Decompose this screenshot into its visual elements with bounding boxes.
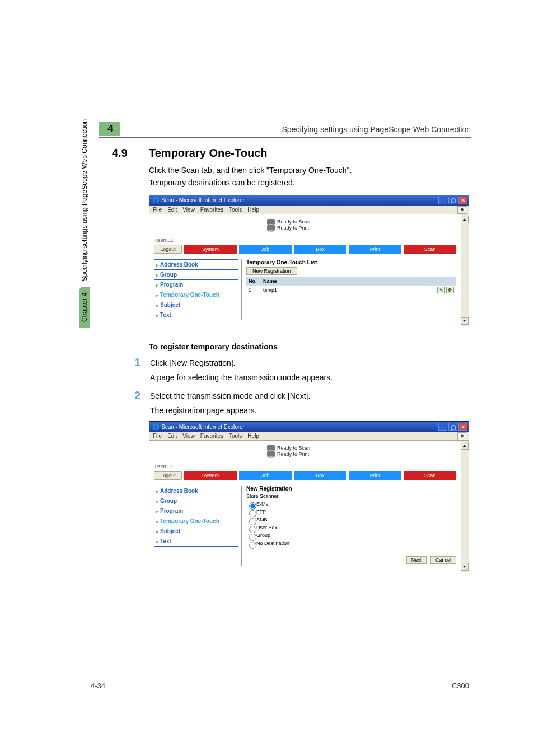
reg-title: New Registration <box>246 486 456 492</box>
titlebar[interactable]: 🌐 Scan - Microsoft Internet Explorer _ ▢… <box>149 195 469 206</box>
menu-view[interactable]: View <box>182 433 195 439</box>
tab-job[interactable]: Job <box>239 245 292 254</box>
opt-smb[interactable]: SMB <box>246 516 456 524</box>
window-title: Scan - Microsoft Internet Explorer <box>161 197 245 203</box>
side-nav: Address Book Group Program Temporary One… <box>154 259 238 320</box>
menu-help[interactable]: Help <box>247 207 259 213</box>
sidenav-group[interactable]: Group <box>154 496 238 506</box>
col-no: No. <box>246 277 261 286</box>
menubar: File Edit View Favorites Tools Help ⚑ <box>149 432 469 441</box>
intro-2: Temporary destinations can be registered… <box>149 176 470 189</box>
tab-print[interactable]: Print <box>349 471 401 480</box>
store-scanner-label: Store Scanner <box>246 493 456 499</box>
section-title: Temporary One-Touch <box>149 147 268 160</box>
status-box: Ready to Scan Ready to Print <box>267 445 310 458</box>
opt-group[interactable]: Group <box>246 531 456 539</box>
sidenav-program[interactable]: Program <box>154 506 238 516</box>
tab-box[interactable]: Box <box>294 245 346 254</box>
intro-1: Click the Scan tab, and then click "Temp… <box>149 164 470 176</box>
tab-scan[interactable]: Scan <box>404 245 456 254</box>
radio-nodest[interactable] <box>249 542 256 549</box>
cell-no: 1 <box>246 285 261 295</box>
step-2: 2 Select the transmission mode and click… <box>134 390 470 417</box>
sidenav-temporary[interactable]: Temporary One-Touch <box>154 290 238 300</box>
sidenav-subject[interactable]: Subject <box>154 300 238 310</box>
next-button[interactable]: Next <box>406 556 427 564</box>
status-scan: Ready to Scan <box>277 445 310 451</box>
sub-heading: To register temporary destinations <box>149 342 470 351</box>
menu-tools[interactable]: Tools <box>229 207 242 213</box>
minimize-button[interactable]: _ <box>438 423 447 431</box>
ie-icon: 🌐 <box>152 424 159 430</box>
menu-tools[interactable]: Tools <box>229 433 242 439</box>
step-1-text: Click [New Registration]. <box>150 357 470 369</box>
sidenav-text[interactable]: Text <box>154 536 238 547</box>
menu-favorites[interactable]: Favorites <box>200 433 223 439</box>
menu-edit[interactable]: Edit <box>167 207 177 213</box>
status-print: Ready to Print <box>277 451 309 457</box>
close-button[interactable]: ✕ <box>458 197 467 204</box>
sidetab-chapter: Chapter 4 <box>79 287 90 328</box>
menu-favorites[interactable]: Favorites <box>200 207 223 213</box>
ie-window-1: 🌐 Scan - Microsoft Internet Explorer _ ▢… <box>149 195 469 326</box>
menu-view[interactable]: View <box>182 207 195 213</box>
logout-button[interactable]: Logout <box>154 245 182 254</box>
minimize-button[interactable]: _ <box>438 197 447 204</box>
scroll-down[interactable]: ▾ <box>461 317 469 325</box>
side-nav: Address Book Group Program Temporary One… <box>154 486 238 566</box>
step-2-num: 2 <box>134 390 148 417</box>
user-caption: user001 <box>155 464 456 469</box>
opt-nodest[interactable]: No Destination <box>246 539 456 547</box>
opt-email[interactable]: E-Mail <box>246 500 456 508</box>
col-name: Name <box>261 277 428 286</box>
sidenav-addressbook[interactable]: Address Book <box>154 486 238 496</box>
cell-name: temp1 <box>261 285 428 295</box>
scroll-up[interactable]: ▴ <box>461 216 469 223</box>
footer-left: 4-34 <box>91 682 105 690</box>
content-area: ▴ ▾ Ready to Scan Ready to Print user001… <box>149 214 469 326</box>
sidenav-group[interactable]: Group <box>154 269 238 279</box>
sidenav-temporary[interactable]: Temporary One-Touch <box>154 516 238 526</box>
new-registration-button[interactable]: New Registration <box>246 267 297 275</box>
tab-system[interactable]: System <box>184 245 237 254</box>
opt-ftp[interactable]: FTP <box>246 508 456 516</box>
sidenav-text[interactable]: Text <box>154 310 238 320</box>
cancel-button[interactable]: Cancel <box>430 556 456 564</box>
header-title: Specifying settings using PageScope Web … <box>124 125 471 134</box>
titlebar[interactable]: 🌐 Scan - Microsoft Internet Explorer _ ▢… <box>149 422 469 432</box>
scanner-icon <box>267 219 275 225</box>
opt-userbox[interactable]: User Box <box>246 524 456 531</box>
scroll-down[interactable]: ▾ <box>461 563 469 571</box>
status-box: Ready to Scan Ready to Print <box>267 219 310 231</box>
chapter-badge: 4 <box>99 122 120 136</box>
menu-edit[interactable]: Edit <box>167 433 177 439</box>
sidenav-subject[interactable]: Subject <box>154 526 238 536</box>
maximize-button[interactable]: ▢ <box>448 423 457 431</box>
tab-scan[interactable]: Scan <box>404 471 456 480</box>
window-title: Scan - Microsoft Internet Explorer <box>161 424 245 430</box>
sidetab-text: Specifying settings using PageScope Web … <box>81 119 88 281</box>
printer-icon <box>267 225 275 231</box>
footer: 4-34 C300 <box>91 679 469 690</box>
delete-icon[interactable]: 🗑 <box>446 287 454 293</box>
scanner-icon <box>267 445 275 451</box>
tab-system[interactable]: System <box>184 471 237 480</box>
one-touch-table: No. Name 1 temp1 ✎🗑 <box>246 277 456 295</box>
tab-job[interactable]: Job <box>239 471 292 480</box>
sidenav-program[interactable]: Program <box>154 279 238 290</box>
user-caption: user001 <box>155 237 456 243</box>
close-button[interactable]: ✕ <box>458 423 467 431</box>
tab-print[interactable]: Print <box>349 245 401 254</box>
edit-icon[interactable]: ✎ <box>437 287 445 293</box>
radio-list: E-Mail FTP SMB User Box Group No Destina… <box>246 500 456 547</box>
printer-icon <box>267 451 275 457</box>
menu-file[interactable]: File <box>153 207 162 213</box>
menu-help[interactable]: Help <box>247 433 259 439</box>
tab-box[interactable]: Box <box>294 471 346 480</box>
logout-button[interactable]: Logout <box>154 471 182 480</box>
page-header: 4 Specifying settings using PageScope We… <box>99 122 471 138</box>
maximize-button[interactable]: ▢ <box>448 197 457 204</box>
sidenav-addressbook[interactable]: Address Book <box>154 259 238 269</box>
scroll-up[interactable]: ▴ <box>461 442 469 450</box>
menu-file[interactable]: File <box>153 433 162 439</box>
